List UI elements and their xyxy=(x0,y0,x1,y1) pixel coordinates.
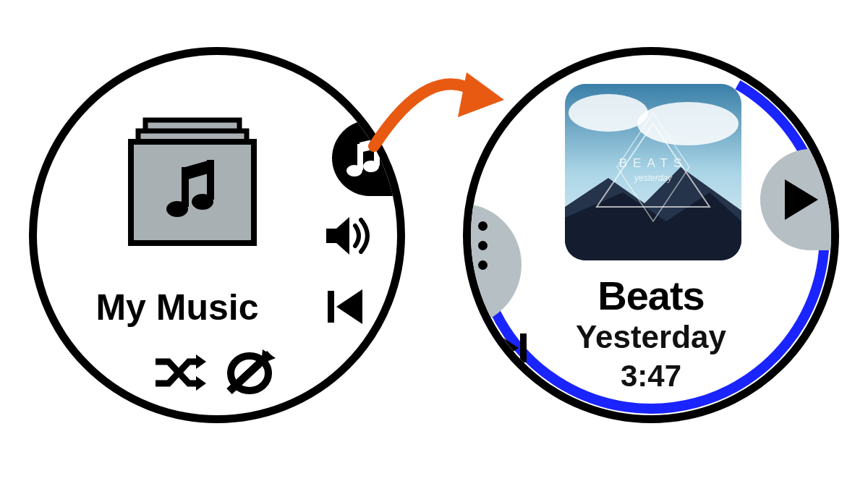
music-source-button[interactable] xyxy=(332,120,405,196)
repeat-off-icon xyxy=(222,348,280,399)
shuffle-button[interactable] xyxy=(153,352,209,398)
previous-track-icon xyxy=(326,286,368,327)
watch-face-music-menu: My Music xyxy=(29,47,405,423)
more-icon xyxy=(478,221,488,270)
album-art-title: BEATS xyxy=(619,156,687,170)
play-icon xyxy=(780,177,822,223)
repeat-off-button[interactable] xyxy=(222,348,280,401)
album-art: BEATS yesterday xyxy=(565,84,741,260)
next-track-icon xyxy=(493,330,532,366)
svg-point-4 xyxy=(192,194,213,210)
music-note-icon xyxy=(345,137,388,180)
svg-point-5 xyxy=(346,165,362,177)
next-track-button[interactable] xyxy=(493,330,532,369)
speaker-icon xyxy=(323,213,375,260)
svg-rect-2 xyxy=(131,142,254,243)
previous-track-button[interactable] xyxy=(326,286,368,330)
track-title: Beats xyxy=(471,272,831,319)
svg-point-12 xyxy=(569,94,648,132)
album-art-subtitle: yesterday xyxy=(634,173,673,183)
svg-point-6 xyxy=(363,161,379,172)
music-folder-icon xyxy=(124,113,261,253)
shuffle-icon xyxy=(153,352,209,395)
svg-point-3 xyxy=(166,201,188,217)
svg-rect-16 xyxy=(520,333,527,362)
watch-face-now-playing: BEATS yesterday Beats Yesterday 3:47 xyxy=(463,47,839,423)
volume-button[interactable] xyxy=(323,213,375,263)
svg-rect-7 xyxy=(328,291,334,323)
